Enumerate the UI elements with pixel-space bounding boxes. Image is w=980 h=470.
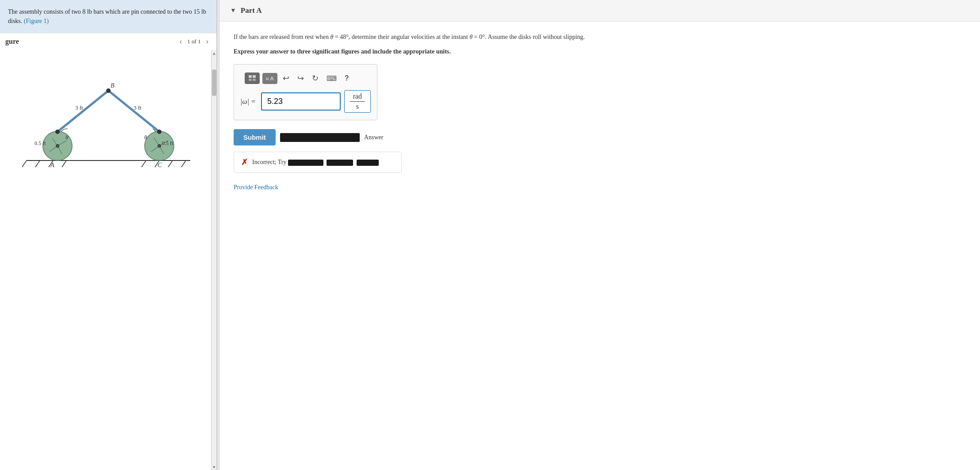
matrix-button[interactable] [245, 73, 260, 84]
svg-line-1 [22, 160, 27, 167]
keyboard-button[interactable]: ⌨ [324, 73, 339, 84]
refresh-button[interactable]: ↻ [309, 72, 321, 85]
x-icon: ✗ [241, 157, 248, 167]
figure-area: gure ‹ 1 of 1 › [0, 33, 216, 470]
submit-button[interactable]: Submit [234, 129, 276, 145]
prev-figure-button[interactable]: ‹ [177, 37, 184, 46]
part-content: If the bars are released from rest when … [219, 22, 980, 202]
svg-point-24 [55, 130, 60, 134]
svg-point-23 [106, 88, 111, 93]
scrollbar-thumb[interactable] [212, 69, 216, 96]
answer-row: |ω| = rad s [240, 90, 371, 113]
figure-label: gure [5, 38, 19, 46]
part-header: ▼ Part A [219, 0, 980, 22]
incorrect-text: Incorrect; Try [252, 159, 379, 166]
right-panel: ▼ Part A If the bars are released from r… [219, 0, 980, 470]
svg-line-5 [142, 160, 146, 167]
incorrect-box: ✗ Incorrect; Try [234, 152, 402, 173]
problem-text: If the bars are released from rest when … [234, 32, 966, 42]
instructions-text: Express your answer to three significant… [234, 48, 966, 55]
svg-rect-35 [249, 75, 252, 78]
svg-line-22 [108, 91, 159, 132]
unit-fraction: rad s [344, 90, 371, 113]
svg-text:0.5 ft: 0.5 ft [162, 140, 173, 146]
collapse-arrow[interactable]: ▼ [230, 7, 236, 14]
undo-button[interactable]: ↩ [280, 72, 292, 85]
svg-line-4 [62, 160, 66, 167]
font-button[interactable]: uA [262, 73, 277, 84]
answer-box-container: uA ↩ ↪ ↻ ⌨ ? |ω| = rad s [234, 64, 377, 120]
svg-rect-36 [253, 75, 256, 78]
svg-line-21 [58, 91, 108, 132]
svg-point-25 [157, 130, 161, 134]
problem-description: The assembly consists of two 8 lb bars w… [0, 0, 216, 33]
next-figure-button[interactable]: › [204, 37, 211, 46]
help-button[interactable]: ? [342, 73, 352, 84]
svg-rect-37 [249, 79, 252, 81]
figure-link[interactable]: (Figure 1) [24, 18, 49, 24]
svg-text:3 ft: 3 ft [75, 104, 83, 111]
redo-button[interactable]: ↪ [295, 72, 307, 85]
svg-line-7 [168, 160, 173, 167]
svg-text:3 ft: 3 ft [134, 104, 142, 111]
left-panel: The assembly consists of two 8 lb bars w… [0, 0, 217, 470]
answer-input[interactable] [261, 92, 341, 111]
redacted-inline-2 [327, 160, 353, 166]
feedback-link[interactable]: Provide Feedback [234, 184, 278, 191]
svg-text:B: B [111, 82, 115, 89]
scroll-up-arrow[interactable]: ▲ [211, 50, 216, 56]
redacted-inline-3 [357, 160, 379, 166]
answer-label-redacted: Answer [364, 134, 384, 141]
redacted-bar-1 [280, 133, 360, 142]
svg-text:θ: θ [144, 134, 147, 141]
action-row: Submit Answer [234, 129, 966, 145]
svg-line-8 [181, 160, 186, 167]
scroll-down-arrow[interactable]: ▼ [211, 464, 216, 470]
omega-label: |ω| = [240, 98, 256, 106]
redacted-inline-1 [288, 160, 323, 166]
unit-denominator: s [356, 102, 359, 111]
figure-scrollbar[interactable]: ▲ ▼ [211, 50, 216, 470]
answer-toolbar: uA ↩ ↪ ↻ ⌨ ? [240, 72, 371, 85]
svg-line-2 [35, 160, 40, 167]
figure-nav: gure ‹ 1 of 1 › [0, 33, 216, 50]
svg-text:θ: θ [65, 134, 69, 141]
nav-count: 1 of 1 [187, 38, 200, 45]
svg-text:C: C [158, 162, 162, 168]
svg-text:A: A [50, 162, 54, 168]
svg-text:0.5 ft: 0.5 ft [35, 140, 46, 146]
unit-numerator: rad [350, 92, 365, 102]
figure-diagram: B A C 3 ft 3 ft 0.5 ft 0.5 ft θ θ [13, 59, 204, 174]
figure-canvas: B A C 3 ft 3 ft 0.5 ft 0.5 ft θ θ [0, 50, 216, 470]
part-label: Part A [241, 6, 262, 15]
svg-rect-38 [253, 79, 256, 81]
